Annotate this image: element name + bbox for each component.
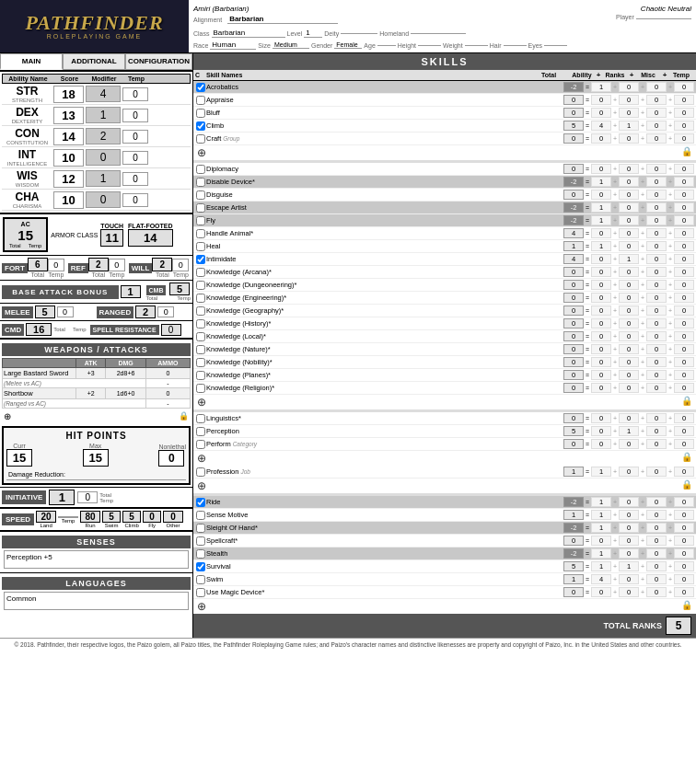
class-field: Barbarian [212, 29, 285, 38]
skill-checkbox[interactable] [196, 306, 205, 316]
skill-checkbox[interactable] [196, 358, 205, 367]
skill-checkbox[interactable] [196, 536, 205, 546]
skill-checkbox[interactable] [196, 524, 205, 533]
skill-checkbox[interactable] [196, 371, 205, 380]
weapon-note-row: (Melee vs AC) - [3, 379, 191, 388]
skill-checkbox[interactable] [196, 427, 205, 436]
skill-checkbox[interactable] [196, 165, 205, 174]
skill-lock-final-button[interactable]: 🔒 [681, 600, 692, 613]
skill-total: 0 [563, 439, 584, 449]
skill-row: Appraise 0 = 0 + 0 + 0 + 0 [193, 94, 696, 107]
skill-ranks: 0 [619, 467, 639, 477]
skill-checkbox[interactable] [196, 440, 205, 449]
skill-add-final-button[interactable]: ⊕ [197, 600, 206, 613]
tab-configuration[interactable]: CONFIGURATION [125, 53, 192, 70]
skill-misc: 0 [646, 228, 667, 238]
skill-checkbox[interactable] [196, 384, 205, 393]
skill-checkbox[interactable] [196, 109, 205, 118]
skill-add-button[interactable]: ⊕ [197, 452, 206, 465]
skill-total: 0 [563, 370, 584, 380]
skill-checkbox[interactable] [196, 414, 205, 423]
skill-add-button[interactable]: ⊕ [197, 146, 206, 159]
skill-checkbox[interactable] [196, 242, 205, 251]
tab-main[interactable]: MAIN [0, 53, 63, 70]
skill-lock-button[interactable]: 🔒 [681, 396, 692, 409]
skill-checkbox[interactable] [196, 511, 205, 520]
skill-lock-button[interactable]: 🔒 [681, 479, 692, 492]
weapon-row: Shortbow +2 1d6+0 0 [3, 388, 191, 399]
skill-checkbox[interactable] [196, 345, 205, 354]
skill-add-button[interactable]: ⊕ [197, 396, 206, 409]
alignment-display: Chaotic Neutral [641, 5, 691, 13]
skill-checkbox[interactable] [196, 294, 205, 303]
skill-checkbox[interactable] [196, 268, 205, 277]
skill-total: 1 [563, 510, 584, 520]
skills-col-plus3: + [661, 71, 668, 79]
init-temp-label: Temp [99, 498, 113, 503]
skill-temp: 0 [674, 587, 694, 597]
skill-eq: = [584, 512, 591, 518]
skill-checkbox[interactable] [196, 190, 205, 200]
skill-ability: 0 [591, 426, 611, 436]
skill-name: Swim [206, 575, 563, 583]
cmd-temp-label: Temp [73, 327, 87, 332]
skill-checkbox[interactable] [196, 332, 205, 341]
tab-additional[interactable]: ADDITIONAL [63, 53, 125, 70]
skill-ability: 4 [591, 574, 611, 584]
skill-name: Ride [206, 498, 563, 506]
skill-temp: 0 [674, 82, 694, 92]
flat-footed-box: FLAT-FOOTED 14 [128, 223, 172, 247]
ability-row: DEX DEXTERITY 13 1 0 [2, 105, 191, 126]
ability-row: INT INTELLIGENCE 10 0 0 [2, 147, 191, 168]
skill-ability: 1 [591, 523, 611, 533]
skill-total: 0 [563, 413, 584, 423]
speed-swim-box: 5 Swim [102, 511, 121, 528]
cmb-value: 5 [169, 282, 190, 295]
weapons-add-button[interactable]: ⊕ [4, 411, 11, 421]
skill-checkbox[interactable] [196, 319, 205, 329]
cmd-value: 16 [26, 323, 52, 336]
skill-total: 0 [563, 318, 584, 329]
skill-checkbox[interactable] [196, 255, 205, 264]
skill-checkbox[interactable] [196, 281, 205, 290]
skill-total: 4 [563, 254, 584, 264]
skill-checkbox[interactable] [196, 121, 205, 131]
damage-reduction: Damage Reduction: [6, 469, 186, 480]
skill-checkbox[interactable] [196, 575, 205, 584]
skill-lock-button[interactable]: 🔒 [681, 452, 692, 465]
ability-row: CHA CHARISMA 10 0 0 [2, 190, 191, 211]
skill-checkbox[interactable] [196, 562, 205, 571]
skill-checkbox[interactable] [196, 134, 205, 144]
skill-checkbox[interactable] [196, 229, 205, 238]
weapon-note2: - [145, 399, 190, 409]
skill-add-button[interactable]: ⊕ [197, 479, 206, 492]
skills-col-temp: Temp [668, 72, 694, 78]
weapon-ammo: 0 [145, 368, 190, 379]
weapons-table: ATK DMG AMMO Large Bastard Sword +3 2d8+… [2, 358, 191, 409]
skill-checkbox[interactable] [196, 549, 205, 559]
skill-checkbox[interactable] [196, 467, 205, 477]
skill-ranks: 0 [619, 306, 639, 316]
footer: © 2018. Pathfinder, their respective log… [0, 638, 696, 651]
skill-checkbox[interactable] [196, 96, 205, 105]
skill-lock-button[interactable]: 🔒 [681, 146, 692, 159]
will-total-label: Total [152, 271, 172, 278]
skill-temp: 0 [674, 548, 694, 559]
ability-full: INTELLIGENCE [3, 161, 52, 167]
skill-ranks: 0 [619, 510, 639, 520]
skill-checkbox[interactable] [196, 588, 205, 597]
skill-checkbox[interactable] [196, 203, 205, 213]
skill-name: Disguise [206, 190, 563, 199]
skill-ranks: 1 [619, 561, 639, 571]
speed-temp-box: Temp [58, 516, 78, 524]
ability-col-mod: Modifier [86, 75, 122, 83]
touch-box: TOUCH 11 [100, 223, 123, 247]
melee-value: 5 [35, 306, 55, 318]
skill-checkbox[interactable] [196, 83, 205, 92]
skill-checkbox[interactable] [196, 498, 205, 507]
weapons-lock-button[interactable]: 🔒 [179, 411, 189, 421]
skill-total: 0 [563, 357, 584, 367]
speed-fly-box: 0 Fly [143, 511, 161, 528]
skill-checkbox[interactable] [196, 178, 205, 187]
skill-checkbox[interactable] [196, 216, 205, 225]
